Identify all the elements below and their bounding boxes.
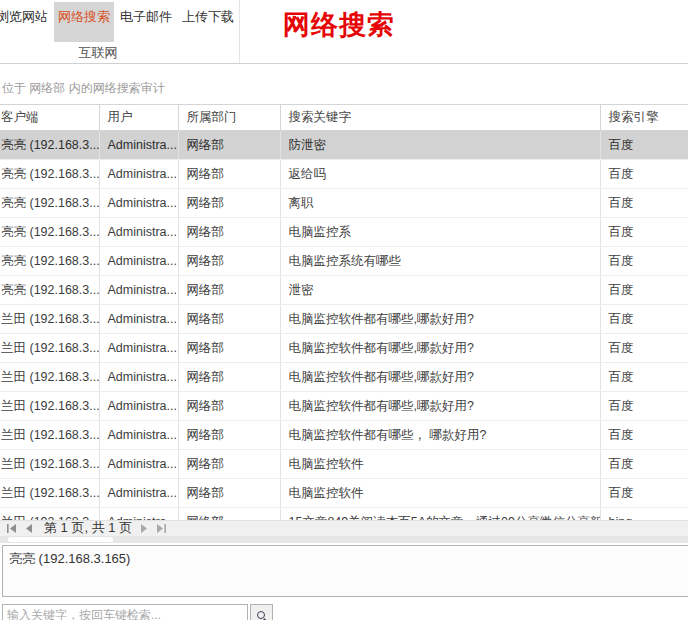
- cell-user[interactable]: Administra...: [99, 363, 178, 392]
- cell-department[interactable]: 网络部: [178, 334, 280, 363]
- cell-client[interactable]: 亮亮 (192.168.3...: [0, 276, 99, 305]
- cell-search-keyword[interactable]: 电脑监控软件都有哪些,哪款好用?: [280, 392, 600, 421]
- cell-department[interactable]: 网络部: [178, 305, 280, 334]
- cell-search-keyword[interactable]: 返给吗: [280, 160, 600, 189]
- table-row[interactable]: 亮亮 (192.168.3... Administra... 网络部 电脑监控系…: [0, 218, 688, 247]
- table-row[interactable]: 兰田 (192.168.3... Administra... 网络部 电脑监控软…: [0, 392, 688, 421]
- cell-department[interactable]: 网络部: [178, 363, 280, 392]
- next-page-icon[interactable]: [140, 524, 148, 533]
- cell-user[interactable]: Administra...: [99, 334, 178, 363]
- search-button[interactable]: [250, 604, 273, 620]
- cell-user[interactable]: Administra...: [99, 276, 178, 305]
- cell-search-engine[interactable]: 百度: [600, 479, 688, 508]
- cell-search-engine[interactable]: 百度: [600, 421, 688, 450]
- prev-page-icon[interactable]: [25, 524, 33, 533]
- cell-client[interactable]: 亮亮 (192.168.3...: [0, 247, 99, 276]
- cell-search-engine[interactable]: 百度: [600, 218, 688, 247]
- cell-search-keyword[interactable]: 电脑监控系统有哪些: [280, 247, 600, 276]
- cell-search-keyword[interactable]: 电脑监控软件: [280, 479, 600, 508]
- cell-search-engine[interactable]: 百度: [600, 189, 688, 218]
- first-page-icon[interactable]: [6, 524, 18, 533]
- table-row[interactable]: 亮亮 (192.168.3... Administra... 网络部 泄密 百度: [0, 276, 688, 305]
- cell-search-keyword[interactable]: 泄密: [280, 276, 600, 305]
- cell-client[interactable]: 亮亮 (192.168.3...: [0, 218, 99, 247]
- cell-search-engine[interactable]: 百度: [600, 247, 688, 276]
- cell-search-keyword[interactable]: 电脑监控软件都有哪些,哪款好用?: [280, 305, 600, 334]
- cell-client[interactable]: 亮亮 (192.168.3...: [0, 160, 99, 189]
- cell-search-keyword[interactable]: 电脑监控系: [280, 218, 600, 247]
- cell-client[interactable]: 兰田 (192.168.3...: [0, 392, 99, 421]
- cell-search-engine[interactable]: 百度: [600, 305, 688, 334]
- cell-department[interactable]: 网络部: [178, 131, 280, 160]
- cell-client[interactable]: 兰田 (192.168.3...: [0, 334, 99, 363]
- cell-search-keyword[interactable]: 15文章849关阅读本页5A的文章，通过09分享微信分享新: [280, 508, 600, 521]
- table-row[interactable]: 兰田 (192.168.3... Administra... 网络部 电脑监控软…: [0, 479, 688, 508]
- cell-search-engine[interactable]: 百度: [600, 392, 688, 421]
- cell-user[interactable]: Administra...: [99, 131, 178, 160]
- cell-department[interactable]: 网络部: [178, 450, 280, 479]
- cell-user[interactable]: Administra...: [99, 392, 178, 421]
- table-row[interactable]: 兰田 (192.168.3... Administra... 网络部 电脑监控软…: [0, 450, 688, 479]
- table-row[interactable]: 兰田 (192.168.3... Administra... 网络部 电脑监控软…: [0, 421, 688, 450]
- cell-search-engine[interactable]: 百度: [600, 276, 688, 305]
- table-row[interactable]: 亮亮 (192.168.3... Administra... 网络部 防泄密 百…: [0, 131, 688, 160]
- cell-user[interactable]: Administra...: [99, 160, 178, 189]
- cell-user[interactable]: Administra...: [99, 421, 178, 450]
- table-row[interactable]: 亮亮 (192.168.3... Administra... 网络部 返给吗 百…: [0, 160, 688, 189]
- cell-search-engine[interactable]: bing: [600, 508, 688, 521]
- col-dept[interactable]: 所属部门: [178, 105, 280, 131]
- cell-user[interactable]: Administra...: [99, 450, 178, 479]
- cell-department[interactable]: 网络部: [178, 392, 280, 421]
- tab-browse-websites[interactable]: 浏览网站: [0, 2, 52, 42]
- last-page-icon[interactable]: [155, 524, 167, 533]
- cell-search-engine[interactable]: 百度: [600, 363, 688, 392]
- cell-user[interactable]: Administra...: [99, 218, 178, 247]
- cell-user[interactable]: Administra...: [99, 305, 178, 334]
- cell-department[interactable]: 网络部: [178, 247, 280, 276]
- cell-search-engine[interactable]: 百度: [600, 131, 688, 160]
- table-row[interactable]: 亮亮 (192.168.3... Administra... 网络部 电脑监控系…: [0, 247, 688, 276]
- horizontal-scrollbar-track[interactable]: [0, 536, 688, 543]
- cell-search-keyword[interactable]: 离职: [280, 189, 600, 218]
- table-row[interactable]: 兰田 (192.168.3... Administra... 网络部 电脑监控软…: [0, 363, 688, 392]
- cell-search-keyword[interactable]: 电脑监控软件: [280, 450, 600, 479]
- tab-upload-download[interactable]: 上传下载: [178, 2, 238, 42]
- ribbon: 浏览网站网络搜索电子邮件上传下载 互联网 网络搜索: [0, 0, 688, 64]
- cell-department[interactable]: 网络部: [178, 218, 280, 247]
- cell-department[interactable]: 网络部: [178, 479, 280, 508]
- cell-search-engine[interactable]: 百度: [600, 450, 688, 479]
- cell-search-keyword[interactable]: 电脑监控软件都有哪些,哪款好用?: [280, 363, 600, 392]
- cell-client[interactable]: 兰田 (192.168.3...: [0, 479, 99, 508]
- tab-network-search[interactable]: 网络搜索: [54, 2, 114, 42]
- cell-search-keyword[interactable]: 防泄密: [280, 131, 600, 160]
- cell-department[interactable]: 网络部: [178, 276, 280, 305]
- client-list-item[interactable]: 亮亮 (192.168.3.165): [3, 546, 688, 572]
- cell-user[interactable]: Administra...: [99, 247, 178, 276]
- cell-user[interactable]: Administra...: [99, 189, 178, 218]
- col-client[interactable]: 客户端: [0, 105, 99, 131]
- cell-user[interactable]: Administra...: [99, 479, 178, 508]
- col-user[interactable]: 用户: [99, 105, 178, 131]
- table-row[interactable]: 兰田 (192.168.3... Administra... 网络部 电脑监控软…: [0, 334, 688, 363]
- cell-department[interactable]: 网络部: [178, 189, 280, 218]
- cell-client[interactable]: 兰田 (192.168.3...: [0, 450, 99, 479]
- cell-search-engine[interactable]: 百度: [600, 160, 688, 189]
- cell-department[interactable]: 网络部: [178, 508, 280, 521]
- table-row[interactable]: 亮亮 (192.168.3... Administra... 网络部 离职 百度: [0, 189, 688, 218]
- tab-email[interactable]: 电子邮件: [116, 2, 176, 42]
- cell-search-engine[interactable]: 百度: [600, 334, 688, 363]
- cell-client[interactable]: 亮亮 (192.168.3...: [0, 189, 99, 218]
- horizontal-scrollbar-thumb[interactable]: [8, 537, 113, 542]
- cell-client[interactable]: 兰田 (192.168.3...: [0, 363, 99, 392]
- table-row[interactable]: 兰田 (192.168.3... Administra... 网络部 电脑监控软…: [0, 305, 688, 334]
- cell-client[interactable]: 兰田 (192.168.3...: [0, 421, 99, 450]
- cell-department[interactable]: 网络部: [178, 421, 280, 450]
- cell-client[interactable]: 兰田 (192.168.3...: [0, 305, 99, 334]
- keyword-search-input[interactable]: [2, 604, 248, 620]
- cell-search-keyword[interactable]: 电脑监控软件都有哪些， 哪款好用?: [280, 421, 600, 450]
- cell-department[interactable]: 网络部: [178, 160, 280, 189]
- cell-search-keyword[interactable]: 电脑监控软件都有哪些,哪款好用?: [280, 334, 600, 363]
- cell-client[interactable]: 亮亮 (192.168.3...: [0, 131, 99, 160]
- col-keyword[interactable]: 搜索关键字: [280, 105, 600, 131]
- col-engine[interactable]: 搜索引擎: [600, 105, 688, 131]
